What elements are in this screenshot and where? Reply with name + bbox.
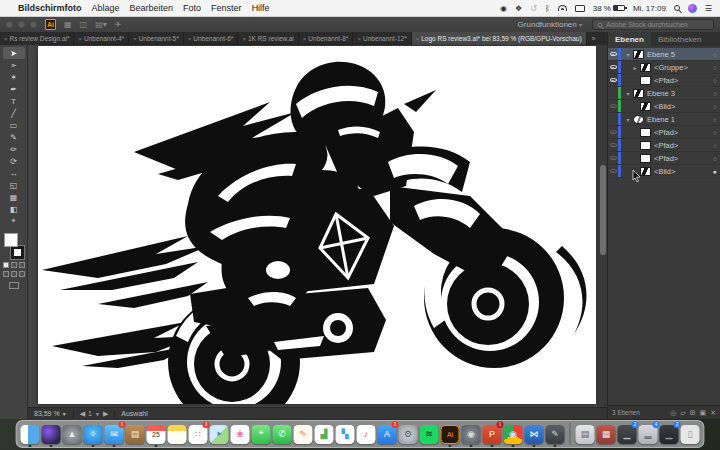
new-layer-icon[interactable]: ▣	[700, 409, 707, 417]
zoom-window-button[interactable]	[30, 21, 37, 28]
app-store-icon[interactable]: A1	[378, 422, 397, 446]
layer-row-2[interactable]: ▸<Gruppe>○	[608, 61, 720, 74]
contacts-icon[interactable]: ▤	[126, 422, 145, 446]
document-tab-5[interactable]: ×1K RS review.ai	[238, 32, 298, 45]
tab-close-icon[interactable]: ×	[242, 36, 246, 42]
tab-close-icon[interactable]: ×	[357, 36, 361, 42]
gradient-tool[interactable]: ◧	[3, 203, 25, 215]
new-sublayer-icon[interactable]: ⊞	[690, 409, 696, 417]
target-circle[interactable]: ●	[713, 168, 717, 175]
line-segment-tool[interactable]: ╱	[3, 107, 25, 119]
disclosure-triangle[interactable]: ▾	[624, 90, 632, 97]
facetime-icon[interactable]: ✆	[273, 422, 292, 446]
menu-item-ablage[interactable]: Ablage	[92, 3, 120, 13]
visibility-toggle[interactable]	[608, 169, 618, 174]
artwork-motorcycle[interactable]	[38, 46, 596, 404]
document-tab-1[interactable]: ×Rs review Design.ai*	[0, 32, 74, 45]
layer-name[interactable]: Ebene 1	[647, 115, 713, 124]
gradient-button[interactable]	[11, 262, 17, 268]
layer-name[interactable]: Ebene 5	[647, 50, 713, 59]
disclosure-triangle[interactable]: ▾	[624, 116, 632, 123]
magic-wand-tool[interactable]: ✶	[3, 71, 25, 83]
layer-row-10[interactable]: <Bild>●	[608, 165, 720, 178]
layer-name[interactable]: <Pfad>	[654, 141, 713, 150]
mesh-tool[interactable]: ▦	[3, 191, 25, 203]
delete-layer-icon[interactable]: ✕	[710, 409, 716, 417]
width-tool[interactable]: ↔	[3, 167, 25, 179]
adobe-stock-search-input[interactable]: Adobe Stock durchsuchen	[592, 19, 714, 30]
document-tab-8[interactable]: ×Logo RS review3.ai* bei 83,59 % (RGB/GP…	[412, 32, 587, 45]
tab-close-icon[interactable]: ×	[416, 36, 420, 42]
next-artboard-button[interactable]: ▶	[103, 410, 108, 418]
target-circle[interactable]: ○	[713, 103, 717, 110]
make-clipping-mask-icon[interactable]: ▱	[680, 409, 685, 417]
layer-name[interactable]: <Pfad>	[654, 76, 713, 85]
spotify-icon[interactable]: ≋	[420, 422, 439, 446]
workspace-switcher[interactable]: Grundfunktionen ▾	[518, 20, 582, 29]
direct-selection-tool[interactable]: ➣	[3, 59, 25, 71]
trash-icon[interactable]: ▯	[681, 422, 700, 446]
pen-tool[interactable]: ✒	[3, 83, 25, 95]
tab-close-icon[interactable]: ×	[133, 36, 137, 42]
launchpad-icon[interactable]: ▲	[63, 422, 82, 446]
spotlight-icon[interactable]	[674, 5, 680, 11]
time-machine-icon[interactable]: ↺	[530, 4, 537, 13]
artboard-number[interactable]: 1	[88, 410, 92, 417]
disclosure-triangle[interactable]: ▾	[624, 51, 632, 58]
fill-swatch[interactable]	[4, 233, 18, 247]
menu-item-hilfe[interactable]: Hilfe	[252, 3, 270, 13]
document-tab-7[interactable]: ×Unbenannt-12*	[353, 32, 411, 45]
vertical-scrollbar[interactable]	[598, 45, 607, 407]
tab-close-icon[interactable]: ×	[188, 36, 192, 42]
arrange-documents-icon[interactable]: ◫	[80, 20, 88, 29]
siri-icon[interactable]	[42, 422, 61, 446]
tab-overflow-chevron[interactable]: »	[587, 32, 601, 45]
minimized-window-2-icon[interactable]: ▂4	[639, 422, 658, 446]
document-setup-icon[interactable]: ▤▾	[95, 20, 107, 29]
shape-builder-tool[interactable]: ◱	[3, 179, 25, 191]
layer-name[interactable]: Ebene 3	[647, 89, 713, 98]
rotate-tool[interactable]: ⟳	[3, 155, 25, 167]
safari-icon[interactable]: ✧	[84, 422, 103, 446]
powerpoint-icon[interactable]: P1	[483, 422, 502, 446]
visibility-toggle[interactable]	[608, 104, 618, 109]
disclosure-triangle[interactable]: ▸	[631, 64, 639, 71]
photo-booth-icon[interactable]: ◉	[462, 422, 481, 446]
target-circle[interactable]: ○	[713, 90, 717, 97]
share-icon[interactable]: ✈	[115, 20, 122, 29]
locate-object-icon[interactable]: ◎	[670, 409, 676, 417]
minimized-window-3-icon[interactable]: ▁2	[660, 422, 679, 446]
calendar-icon[interactable]: 25	[147, 422, 166, 446]
screen-mode-button[interactable]	[9, 282, 19, 289]
document-tab-4[interactable]: ×Unbenannt-6*	[184, 32, 239, 45]
document-tab-3[interactable]: ×Unbenannt-5*	[129, 32, 184, 45]
downloads-stack-icon[interactable]: ▤	[576, 422, 595, 446]
media-player-icon[interactable]: ⋈	[525, 422, 544, 446]
document-tab-6[interactable]: ×Unbenannt-8*	[299, 32, 354, 45]
numbers-icon[interactable]: ▟	[315, 422, 334, 446]
system-preferences-icon[interactable]: ⚙	[399, 422, 418, 446]
fill-stroke-indicator[interactable]	[3, 233, 25, 259]
layer-name[interactable]: <Pfad>	[654, 128, 713, 137]
selection-tool[interactable]: ➤	[3, 47, 25, 59]
photos-icon[interactable]: ❀	[231, 422, 250, 446]
target-circle[interactable]: ○	[713, 77, 717, 84]
mail-icon[interactable]: ✉1	[105, 422, 124, 446]
minimized-window-1-icon[interactable]: ▁2	[618, 422, 637, 446]
draw-normal-button[interactable]	[3, 271, 9, 277]
visibility-toggle[interactable]	[608, 65, 618, 70]
draw-inside-button[interactable]	[19, 271, 25, 277]
bridge-icon[interactable]: ▦	[64, 20, 72, 29]
layer-name[interactable]: <Gruppe>	[654, 63, 713, 72]
wifi-icon[interactable]	[558, 5, 567, 11]
layer-row-7[interactable]: <Pfad>○	[608, 126, 720, 139]
close-window-button[interactable]	[6, 21, 13, 28]
layer-row-4[interactable]: ▾Ebene 3○	[608, 87, 720, 100]
prev-artboard-button[interactable]: ◀	[80, 410, 85, 418]
layer-name[interactable]: <Bild>	[654, 102, 713, 111]
minimized-window-grid-icon[interactable]: ▦	[597, 422, 616, 446]
target-circle[interactable]: ○	[713, 129, 717, 136]
siri-icon[interactable]	[688, 4, 697, 13]
layer-name[interactable]: <Bild>	[654, 167, 713, 176]
draw-behind-button[interactable]	[11, 271, 17, 277]
